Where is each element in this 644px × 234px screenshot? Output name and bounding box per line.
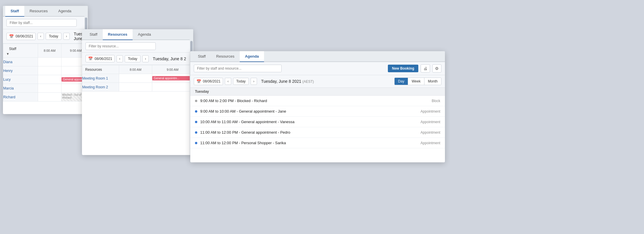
tab-agenda-win3[interactable]: Agenda bbox=[240, 51, 264, 62]
win3-timezone-label: (AEST) bbox=[302, 80, 314, 84]
col-header-8am-win1: 8:00 AM bbox=[38, 44, 61, 58]
staff-henry[interactable]: Henry bbox=[3, 66, 38, 75]
win3-date-nav: 📅 08/06/2021 ‹ Today › Tuesday, June 8 2… bbox=[190, 75, 445, 88]
settings-button[interactable]: ⚙ bbox=[432, 64, 441, 73]
today-btn-win1[interactable]: Today bbox=[46, 33, 61, 40]
prev-date-btn-win2[interactable]: ‹ bbox=[117, 55, 123, 62]
agenda-window: Staff Resources Agenda New Booking 🖨 ⚙ 📅… bbox=[190, 51, 445, 162]
win1-date-nav: 📅 08/06/2021 ‹ Today › Tuesday, June 8 2 bbox=[3, 29, 88, 44]
win3-date-label: Tuesday, June 8 2021 (AEST) bbox=[261, 79, 393, 84]
agenda-dot-block bbox=[195, 100, 197, 102]
tab-staff-win1[interactable]: Staff bbox=[5, 6, 24, 17]
win3-date-display-text: Tuesday, June 8 2021 bbox=[261, 79, 301, 84]
new-booking-button[interactable]: New Booking bbox=[388, 65, 418, 72]
next-date-btn-win1[interactable]: › bbox=[63, 33, 70, 40]
agenda-dot-appt-3 bbox=[195, 131, 197, 134]
agenda-dot-appt-4 bbox=[195, 142, 197, 144]
cell-diana-8 bbox=[38, 58, 61, 66]
table-row: Richard Blocked - Out of OfficeRichard bbox=[3, 93, 88, 101]
cell-room1-9: General appointm... bbox=[152, 74, 193, 83]
filter-agenda-input[interactable] bbox=[194, 65, 282, 72]
table-row: Diana bbox=[3, 58, 88, 66]
win3-toolbar: New Booking 🖨 ⚙ bbox=[190, 62, 445, 75]
cell-room1-8 bbox=[119, 74, 152, 83]
resource-meeting-room-2[interactable]: Meeting Room 2 bbox=[82, 83, 119, 92]
print-button[interactable]: 🖨 bbox=[421, 64, 430, 73]
table-row: Meeting Room 2 bbox=[82, 83, 193, 92]
tab-staff-win2[interactable]: Staff bbox=[84, 29, 103, 40]
win2-grid: Resources 8:00 AM 9:00 AM Meeting Room 1… bbox=[82, 65, 193, 92]
view-week-button[interactable]: Week bbox=[408, 78, 424, 85]
win1-tabs-bar: Staff Resources Agenda bbox=[3, 6, 88, 17]
next-date-btn-win3[interactable]: › bbox=[251, 78, 257, 85]
table-row: Henry bbox=[3, 66, 88, 75]
agenda-item-type-1: Appointment bbox=[421, 109, 440, 113]
agenda-item-title-1: 9:00 AM to 10:00 AM - General appointmen… bbox=[200, 109, 418, 113]
resources-window: Staff Resources Agenda 📅 08/06/2021 ‹ To… bbox=[82, 29, 193, 155]
today-btn-win2[interactable]: Today bbox=[125, 55, 141, 62]
win1-date-value: 08/06/2021 bbox=[16, 34, 33, 38]
staff-richard[interactable]: Richard bbox=[3, 93, 38, 101]
resource-meeting-room-1[interactable]: Meeting Room 1 bbox=[82, 74, 119, 83]
view-month-button[interactable]: Month bbox=[424, 78, 441, 85]
tab-resources-win1[interactable]: Resources bbox=[24, 6, 53, 17]
tab-resources-win2[interactable]: Resources bbox=[103, 29, 133, 40]
filter-resource-input[interactable] bbox=[85, 42, 156, 50]
agenda-item-title-4: 11:00 AM to 12:00 PM - Personal Shopper … bbox=[200, 141, 418, 145]
cell-room2-9 bbox=[152, 83, 193, 92]
agenda-dot-appt-1 bbox=[195, 110, 197, 113]
cell-lucy-8 bbox=[38, 75, 61, 84]
list-item[interactable]: 9:00 AM to 10:00 AM - General appointmen… bbox=[190, 106, 445, 117]
agenda-day-header: Tuesday bbox=[190, 88, 445, 96]
list-item[interactable]: 10:00 AM to 11:00 AM - General appointme… bbox=[190, 117, 445, 127]
agenda-dot-appt-2 bbox=[195, 121, 197, 123]
tab-agenda-win2[interactable]: Agenda bbox=[133, 29, 156, 40]
win2-toolbar bbox=[82, 40, 193, 53]
win2-date-label: Tuesday, June 8 2 bbox=[153, 56, 190, 61]
agenda-item-title-0: 9:00 AM to 2:00 PM - Blocked - Richard bbox=[200, 99, 429, 103]
staff-diana[interactable]: Diana bbox=[3, 58, 38, 66]
view-toggle: Day Week Month bbox=[394, 78, 441, 85]
win3-date-value: 08/06/2021 bbox=[203, 79, 220, 83]
calendar-icon-win3: 📅 bbox=[196, 79, 201, 84]
calendar-icon-win1: 📅 bbox=[9, 34, 14, 39]
staff-marcia[interactable]: Marcia bbox=[3, 84, 38, 93]
win1-toolbar bbox=[3, 17, 88, 29]
win1-date-input-wrap: 📅 08/06/2021 bbox=[6, 33, 36, 40]
filter-staff-input[interactable] bbox=[6, 19, 77, 27]
cell-room2-8 bbox=[119, 83, 152, 92]
resources-column-header: Resources bbox=[85, 68, 102, 72]
today-btn-win3[interactable]: Today bbox=[233, 78, 249, 85]
prev-date-btn-win1[interactable]: ‹ bbox=[37, 33, 44, 40]
tab-resources-win3[interactable]: Resources bbox=[211, 51, 240, 62]
next-date-btn-win2[interactable]: › bbox=[142, 55, 149, 62]
win2-date-value: 08/06/2021 bbox=[95, 57, 112, 61]
staff-window: Staff Resources Agenda 📅 08/06/2021 ‹ To… bbox=[3, 6, 88, 114]
win3-date-input-wrap: 📅 08/06/2021 bbox=[194, 78, 223, 85]
win2-date-input-wrap: 📅 08/06/2021 bbox=[85, 55, 115, 62]
agenda-item-type-2: Appointment bbox=[421, 120, 440, 124]
agenda-item-title-2: 10:00 AM to 11:00 AM - General appointme… bbox=[200, 120, 418, 124]
cell-richard-8 bbox=[38, 93, 61, 101]
table-row: Marcia bbox=[3, 84, 88, 93]
col-header-9am-win2: 9:00 AM bbox=[152, 65, 193, 74]
agenda-item-type-0: Block bbox=[432, 99, 440, 103]
list-item[interactable]: 11:00 AM to 12:00 PM - Personal Shopper … bbox=[190, 138, 445, 148]
list-item[interactable]: 9:00 AM to 2:00 PM - Blocked - Richard B… bbox=[190, 96, 445, 106]
win1-grid: Staff ▼ 8:00 AM 9:00 AM Diana Henry bbox=[3, 44, 88, 101]
tab-agenda-win1[interactable]: Agenda bbox=[53, 6, 77, 17]
staff-lucy[interactable]: Lucy bbox=[3, 75, 38, 84]
agenda-item-type-3: Appointment bbox=[421, 130, 440, 135]
table-row: Meeting Room 1 General appointm... bbox=[82, 74, 193, 83]
col-header-8am-win2: 8:00 AM bbox=[119, 65, 152, 74]
cell-henry-8 bbox=[38, 66, 61, 75]
list-item[interactable]: 11:00 AM to 12:00 PM - General appointme… bbox=[190, 127, 445, 138]
win3-tabs-bar: Staff Resources Agenda bbox=[190, 51, 445, 62]
tab-staff-win3[interactable]: Staff bbox=[193, 51, 211, 62]
agenda-item-type-4: Appointment bbox=[421, 141, 440, 145]
appointment-room1[interactable]: General appointm... bbox=[152, 76, 193, 80]
prev-date-btn-win3[interactable]: ‹ bbox=[225, 78, 231, 85]
table-row: Lucy General appointm... bbox=[3, 75, 88, 84]
win3-content: New Booking 🖨 ⚙ 📅 08/06/2021 ‹ Today › T… bbox=[190, 62, 445, 161]
view-day-button[interactable]: Day bbox=[395, 78, 408, 85]
